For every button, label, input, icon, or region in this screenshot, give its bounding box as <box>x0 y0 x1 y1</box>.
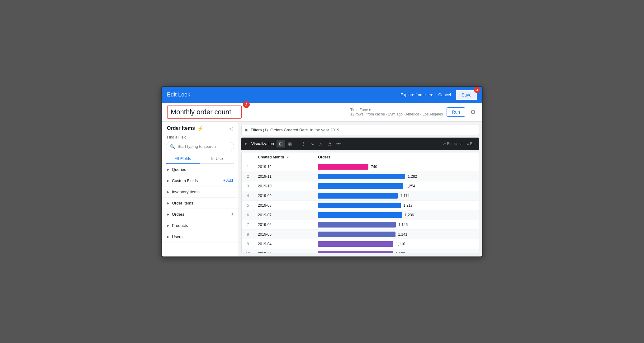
sidebar-item[interactable]: ▶ Inventory Items <box>162 186 238 198</box>
bar-cell: 1,141 <box>318 232 475 237</box>
order-bar <box>318 222 396 228</box>
sidebar-item-label: Users <box>172 234 233 239</box>
col-created-month[interactable]: Created Month ▼ <box>254 153 314 162</box>
bar-value: 1,110 <box>396 242 405 246</box>
app-window: Edit Look Explore from Here Cancel Save … <box>161 86 483 257</box>
cell-month: 2019-09 <box>254 191 314 200</box>
cell-orders: 1,110 <box>314 239 479 249</box>
title-with-badge: 2 <box>167 106 242 119</box>
sidebar-back-button[interactable]: ◁ <box>229 125 233 131</box>
cell-orders: 1,236 <box>314 210 479 220</box>
edit-label: Edit <box>470 142 476 146</box>
search-icon: 🔍 <box>170 144 175 149</box>
bar-cell: 1,217 <box>318 203 475 208</box>
title-bar: 2 Time Zone ▾ 12 rows · from cache · 29m… <box>162 103 482 122</box>
sidebar-item-label: Inventory Items <box>172 190 233 194</box>
order-bar <box>318 174 405 179</box>
viz-label: Visualization <box>249 141 277 146</box>
expand-arrow-icon: ▶ <box>167 168 169 171</box>
sidebar-item[interactable]: ▶ Queries <box>162 164 238 175</box>
cell-row-num: 2 <box>242 172 254 181</box>
timezone-selector[interactable]: Time Zone ▾ <box>350 108 443 112</box>
table-row: 7 2019-06 1,146 <box>242 220 479 229</box>
filter-expand-button[interactable]: ▶ <box>245 128 248 132</box>
filter-label: Filters (1) <box>251 128 268 132</box>
cell-row-num: 3 <box>242 181 254 191</box>
sidebar-item[interactable]: ▶ Custom Fields+ Add <box>162 175 238 186</box>
bar-value: 1,236 <box>405 213 414 217</box>
cell-row-num: 8 <box>242 229 254 239</box>
sidebar-tabs: All Fields In Use <box>166 154 234 164</box>
data-table-container: Created Month ▼ Orders 1 2019-12 740 <box>241 153 479 253</box>
data-table: Created Month ▼ Orders 1 2019-12 740 <box>242 153 479 253</box>
viz-chevron-icon: ▼ <box>244 142 248 146</box>
sidebar-item[interactable]: ▶ Products <box>162 220 238 231</box>
cell-orders: 1,146 <box>314 220 479 229</box>
order-bar <box>318 232 395 237</box>
cache-info-block: Time Zone ▾ 12 rows · from cache · 29m a… <box>350 108 443 116</box>
sidebar-item-badge: 3 <box>231 212 233 216</box>
bar-value: 1,282 <box>408 174 417 179</box>
cell-orders: 1,174 <box>314 191 479 200</box>
cell-row-num: 4 <box>242 191 254 200</box>
col-orders-label: Orders <box>318 155 330 159</box>
app-title: Edit Look <box>167 92 400 98</box>
table-body: 1 2019-12 740 2 2019-11 1,282 3 2019-10 … <box>242 162 479 253</box>
chevron-down-icon: ▾ <box>369 108 371 112</box>
search-input[interactable] <box>178 144 230 149</box>
viz-line-icon[interactable]: ∿ <box>308 140 317 148</box>
table-header: Created Month ▼ Orders <box>242 153 479 162</box>
edit-button[interactable]: ≡ Edit <box>466 142 476 146</box>
viz-pie-icon[interactable]: ◔ <box>325 140 334 148</box>
explore-from-here-link[interactable]: Explore from Here <box>400 92 433 97</box>
sidebar: Order Items ⚡ ◁ Find a Field 🔍 All Field… <box>162 122 238 256</box>
filter-field: Orders Created Date <box>270 128 308 132</box>
main-content: Order Items ⚡ ◁ Find a Field 🔍 All Field… <box>162 122 482 256</box>
save-button[interactable]: Save <box>456 90 477 100</box>
lightning-icon: ⚡ <box>197 125 204 131</box>
bar-cell: 1,110 <box>318 241 475 247</box>
sidebar-model-name: Order Items <box>167 125 195 131</box>
viz-area-icon[interactable]: △ <box>317 140 325 148</box>
order-bar <box>318 212 402 218</box>
table-row: 9 2019-04 1,110 <box>242 239 479 249</box>
viz-more-icon[interactable]: ••• <box>334 140 343 148</box>
expand-arrow-icon: ▶ <box>167 213 169 216</box>
tab-all-fields[interactable]: All Fields <box>166 154 200 164</box>
order-bar <box>318 241 393 247</box>
title-badge: 2 <box>243 101 250 108</box>
header-actions: Explore from Here Cancel Save 3 <box>400 90 477 100</box>
forecast-icon: ↗ <box>443 142 446 146</box>
sidebar-item[interactable]: ▶ Users <box>162 231 238 242</box>
cell-month: 2019-08 <box>254 200 314 210</box>
cell-month: 2019-12 <box>254 162 314 172</box>
order-bar <box>318 251 393 253</box>
expand-arrow-icon: ▶ <box>167 190 169 194</box>
expand-arrow-icon: ▶ <box>167 235 169 238</box>
viz-scatter-icon[interactable]: ⋮⋮ <box>294 140 308 148</box>
bar-value: 1,141 <box>398 232 407 237</box>
tab-in-use[interactable]: In Use <box>200 154 234 163</box>
bar-cell: 1,109 <box>318 251 475 253</box>
look-title-input[interactable] <box>167 106 242 119</box>
bar-cell: 1,254 <box>318 183 475 189</box>
sidebar-item[interactable]: ▶ Orders3 <box>162 209 238 220</box>
cancel-link[interactable]: Cancel <box>438 92 451 97</box>
sidebar-item-label: Order Items <box>172 201 233 205</box>
forecast-button[interactable]: ↗ Forecast <box>443 142 462 146</box>
cell-month: 2019-07 <box>254 210 314 220</box>
add-custom-field-link[interactable]: + Add <box>223 178 233 183</box>
sidebar-header: Order Items ⚡ ◁ <box>162 122 238 134</box>
tab-in-use-label: In Use <box>211 156 223 161</box>
sidebar-item[interactable]: ▶ Order Items <box>162 198 238 209</box>
cell-row-num: 1 <box>242 162 254 172</box>
tab-all-fields-label: All Fields <box>175 156 191 161</box>
settings-icon[interactable]: ⚙ <box>469 107 477 117</box>
run-button[interactable]: Run <box>447 107 465 117</box>
sidebar-item-label: Queries <box>172 167 233 172</box>
cell-orders: 1,141 <box>314 229 479 239</box>
viz-bar-icon[interactable]: ▦ <box>285 140 294 148</box>
cell-month: 2019-10 <box>254 181 314 191</box>
search-box: 🔍 <box>166 142 234 151</box>
viz-table-icon[interactable]: ⊞ <box>277 140 285 148</box>
